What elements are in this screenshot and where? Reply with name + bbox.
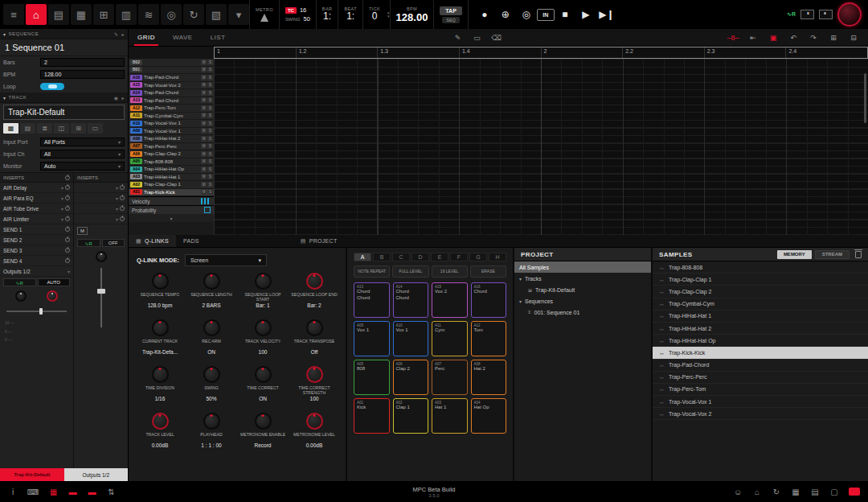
step-grid-8-icon[interactable]: ‒8‒ xyxy=(727,32,739,43)
overdub-button[interactable]: ⊕ xyxy=(495,4,516,25)
track-solo-button[interactable]: S xyxy=(207,121,213,126)
track-row[interactable]: A12Trap-Perc-TomMS xyxy=(129,105,214,113)
tree-caret-icon[interactable]: ▾ xyxy=(519,298,522,304)
pad-a10[interactable]: A10Vox 1 xyxy=(393,321,429,356)
bars-field[interactable]: 2 xyxy=(40,58,125,67)
midi-control-icon[interactable]: ⊞ xyxy=(93,4,114,25)
qlink-knob[interactable] xyxy=(255,319,272,336)
track-row[interactable]: A02Trap-Clap-Clap 1MS xyxy=(129,181,214,189)
qlink-knob[interactable] xyxy=(255,366,272,383)
send-slot[interactable]: SEND 4 xyxy=(0,256,73,266)
pad-a16[interactable]: A16Chord xyxy=(471,282,507,318)
sample-row[interactable]: ↔Trap-808-808 xyxy=(653,261,868,274)
mixer-faders-icon[interactable]: ⇅ xyxy=(106,488,116,496)
track-solo-button[interactable]: S xyxy=(207,189,213,195)
track-row[interactable]: A13Trap-Pad-ChordMS xyxy=(129,97,214,105)
track-mute-button[interactable]: M xyxy=(201,167,207,172)
sample-row[interactable]: ↔Trap-Clap-Clap 2 xyxy=(653,286,868,298)
pencil-icon[interactable]: ✎ xyxy=(452,32,465,43)
pad-bank-c[interactable]: C xyxy=(392,253,410,261)
step-sequencer-icon[interactable]: ▥ xyxy=(116,4,137,25)
track-row[interactable]: A09Trap-Vocal-Vox 1MS xyxy=(129,128,214,136)
track-mute-button[interactable]: M xyxy=(201,75,207,80)
channel-mixer-icon[interactable]: ≋ xyxy=(138,4,159,25)
project-item-tracks[interactable]: ▾Tracks xyxy=(514,273,651,284)
grid-canvas[interactable] xyxy=(214,59,868,235)
metronome-group[interactable]: METRO xyxy=(249,0,279,29)
seq-strip-icon[interactable]: ▬ xyxy=(68,488,77,496)
track-name-field[interactable]: Trap-Kit-Default xyxy=(3,105,125,120)
stream-button[interactable]: STREAM xyxy=(815,250,850,259)
track-row[interactable]: A10Trap-Vocal-Vox 1MS xyxy=(129,120,214,128)
redo-icon[interactable]: ↷ xyxy=(807,32,820,43)
keyboard-layout-icon[interactable]: ▤ xyxy=(20,123,35,134)
pad-bank-g[interactable]: G xyxy=(469,253,487,261)
play-start-button[interactable]: ▶❙ xyxy=(596,4,617,25)
qlink-knob[interactable] xyxy=(306,366,323,383)
edit-tab-grid[interactable]: GRID xyxy=(129,29,164,46)
power-icon[interactable] xyxy=(120,185,125,190)
track-tab[interactable]: Trap-Kit-Default xyxy=(0,468,64,481)
collapse-caret-icon[interactable]: ▾ xyxy=(3,31,6,37)
track-row[interactable]: A07Trap-Perc-PercMS xyxy=(129,143,214,151)
track-mute-button[interactable]: M xyxy=(201,90,207,96)
more-views-chevron[interactable]: ▾ xyxy=(228,4,249,25)
sampler-icon[interactable]: ◎ xyxy=(161,4,182,25)
track-strip-icon[interactable]: ▬ xyxy=(87,488,96,496)
power-icon[interactable] xyxy=(65,248,70,253)
track-mute-button[interactable]: M xyxy=(201,136,207,142)
track-solo-button[interactable]: S xyxy=(207,113,213,118)
qlink-knob[interactable] xyxy=(306,319,323,336)
keyboard-icon[interactable]: ⌨ xyxy=(27,488,39,496)
mute-button[interactable]: M xyxy=(77,227,88,235)
track-solo-button[interactable]: S xyxy=(207,167,213,172)
panel-tab-pads[interactable]: PADS xyxy=(176,235,207,247)
loop-region-icon[interactable]: ▣ xyxy=(767,32,780,43)
level-knob[interactable] xyxy=(47,290,58,302)
track-row[interactable]: A04Trap-HiHat-Hat OpMS xyxy=(129,166,214,174)
track-mute-button[interactable]: M xyxy=(201,113,207,118)
track-solo-button[interactable]: S xyxy=(207,90,213,96)
track-section-header[interactable]: ▾ TRACK ◉▸ xyxy=(0,93,128,103)
pad-perform-icon[interactable]: ▧ xyxy=(206,4,227,25)
qlink-knob[interactable] xyxy=(306,273,323,290)
track-row[interactable]: A08Trap-HiHat-Hat 2MS xyxy=(129,135,214,143)
power-icon[interactable] xyxy=(120,195,125,200)
pad-a07[interactable]: A07Perc xyxy=(432,360,468,395)
pad-a06[interactable]: A06Clap 2 xyxy=(393,360,429,395)
zoom-in-icon[interactable]: ⊞ xyxy=(827,32,840,43)
track-menu-icon[interactable]: ▸ xyxy=(121,95,125,101)
sample-row[interactable]: ↔Trap-Cymbal-Cym xyxy=(653,298,868,311)
horizontal-slider[interactable] xyxy=(6,311,67,312)
pad-a08[interactable]: A08Hat 2 xyxy=(471,360,507,395)
track-row[interactable]: A03Trap-HiHat-Hat 1MS xyxy=(129,174,214,182)
screen-b-icon[interactable]: ▘ xyxy=(819,10,833,19)
tc-badge[interactable]: TC xyxy=(285,7,297,14)
track-row[interactable]: A05Trap-808-808MS xyxy=(129,158,214,167)
grid-scrollbar[interactable] xyxy=(864,73,866,123)
power-icon[interactable] xyxy=(65,237,70,242)
full-level-button[interactable]: FULL LEVEL xyxy=(392,265,428,278)
track-solo-button[interactable]: S xyxy=(207,143,213,149)
track-solo-button[interactable]: S xyxy=(207,75,213,80)
track-mute-button[interactable]: M xyxy=(201,151,207,157)
track-row[interactable]: A14Trap-Pad-ChordMS xyxy=(129,89,214,97)
emoji-icon[interactable]: ☺ xyxy=(733,488,743,496)
automation-read-button[interactable]: ∿R xyxy=(3,278,36,286)
qlink-knob[interactable] xyxy=(203,413,220,430)
qlink-knob[interactable] xyxy=(203,366,220,383)
pad-a13[interactable]: A13ChordChord xyxy=(354,282,390,318)
track-mute-button[interactable]: M xyxy=(201,82,207,88)
screen-a-icon[interactable]: ▝ xyxy=(800,10,814,19)
outputs-select[interactable]: Outputs 1/2▾ xyxy=(0,266,73,277)
pad-a12[interactable]: A12Tom xyxy=(471,321,507,356)
sequence-menu-icon[interactable]: ▸ xyxy=(121,31,125,37)
send-slot[interactable]: SEND 3 xyxy=(0,245,73,256)
pan-knob[interactable] xyxy=(15,290,27,302)
sample-row[interactable]: ↔Trap-Perc-Perc xyxy=(653,372,868,384)
zoom-out-icon[interactable]: ⊟ xyxy=(847,32,860,43)
jog-wheel[interactable] xyxy=(837,2,862,27)
beat-value[interactable]: 1: xyxy=(346,11,354,22)
send-slot[interactable]: SEND 2 xyxy=(0,235,73,245)
sample-row[interactable]: ↔Trap-Pad-Chord xyxy=(653,360,868,372)
